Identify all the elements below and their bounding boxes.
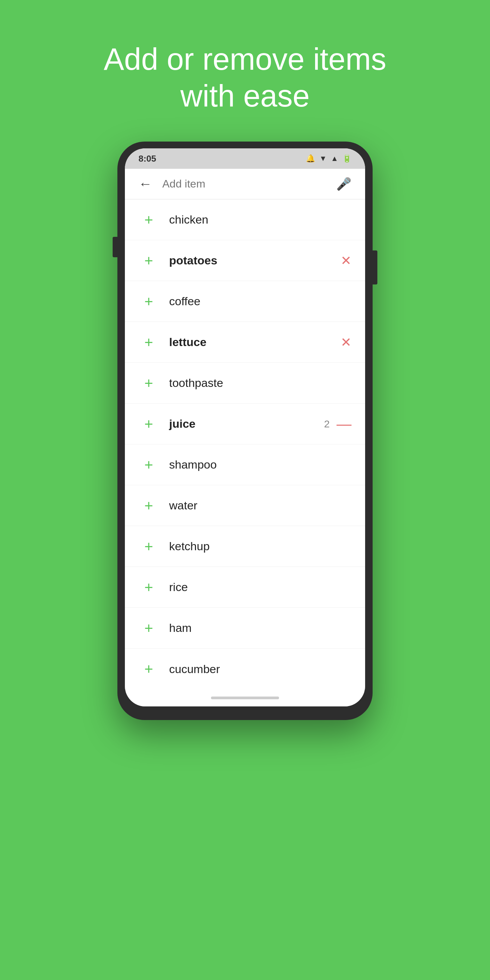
home-bar — [211, 697, 279, 699]
hero-line1: Add or remove items — [104, 42, 386, 76]
list-item: +water — [125, 485, 365, 526]
signal-icon: ▲ — [331, 154, 338, 163]
remove-item-button[interactable]: ✕ — [340, 335, 352, 350]
item-name: cucumber — [169, 662, 352, 676]
search-input[interactable] — [162, 178, 326, 190]
add-item-button[interactable]: + — [138, 580, 159, 595]
list-item: +ham — [125, 608, 365, 649]
list-item: +chicken — [125, 199, 365, 240]
list-item: +potatoes✕ — [125, 240, 365, 281]
phone-screen: 8:05 🔔 ▼ ▲ 🔋 ← 🎤 +chicken+potatoes✕+coff… — [125, 148, 365, 706]
decrease-quantity-button[interactable]: — — [337, 415, 352, 433]
search-bar: ← 🎤 — [125, 169, 365, 199]
item-name: shampoo — [169, 458, 352, 471]
add-item-button[interactable]: + — [138, 335, 159, 350]
hero-line2: with ease — [180, 79, 310, 113]
add-item-button[interactable]: + — [138, 253, 159, 268]
add-item-button[interactable]: + — [138, 375, 159, 391]
item-name: ham — [169, 621, 352, 635]
battery-icon: 🔋 — [342, 154, 352, 163]
item-name: juice — [169, 417, 324, 430]
item-name: potatoes — [169, 254, 340, 267]
add-item-button[interactable]: + — [138, 539, 159, 554]
list-item: +toothpaste — [125, 363, 365, 404]
phone-shell: 8:05 🔔 ▼ ▲ 🔋 ← 🎤 +chicken+potatoes✕+coff… — [118, 142, 372, 720]
list-item: +rice — [125, 567, 365, 608]
mic-icon[interactable]: 🎤 — [336, 177, 352, 191]
status-icons: 🔔 ▼ ▲ 🔋 — [306, 154, 352, 163]
list-item: +ketchup — [125, 526, 365, 567]
hero-text: Add or remove items with ease — [83, 41, 407, 115]
home-indicator — [125, 689, 365, 706]
list-item: +cucumber — [125, 649, 365, 689]
status-time: 8:05 — [138, 153, 156, 164]
item-name: lettuce — [169, 336, 340, 349]
item-name: toothpaste — [169, 376, 352, 390]
items-list: +chicken+potatoes✕+coffee+lettuce✕+tooth… — [125, 199, 365, 689]
remove-item-button[interactable]: ✕ — [340, 253, 352, 268]
add-item-button[interactable]: + — [138, 662, 159, 676]
list-item: +shampoo — [125, 444, 365, 485]
item-name: chicken — [169, 213, 352, 226]
list-item: +juice2— — [125, 404, 365, 444]
item-name: water — [169, 499, 352, 512]
wifi-icon: ▼ — [319, 154, 327, 163]
item-name: ketchup — [169, 540, 352, 553]
quantity-badge: 2 — [324, 418, 330, 430]
add-item-button[interactable]: + — [138, 620, 159, 636]
add-item-button[interactable]: + — [138, 498, 159, 513]
add-item-button[interactable]: + — [138, 294, 159, 309]
add-item-button[interactable]: + — [138, 212, 159, 227]
add-item-button[interactable]: + — [138, 417, 159, 431]
notification-icon: 🔔 — [306, 154, 315, 163]
list-item: +lettuce✕ — [125, 322, 365, 363]
item-name: coffee — [169, 295, 352, 308]
status-bar: 8:05 🔔 ▼ ▲ 🔋 — [125, 148, 365, 169]
back-button[interactable]: ← — [138, 176, 152, 192]
item-name: rice — [169, 581, 352, 594]
list-item: +coffee — [125, 281, 365, 322]
add-item-button[interactable]: + — [138, 457, 159, 472]
